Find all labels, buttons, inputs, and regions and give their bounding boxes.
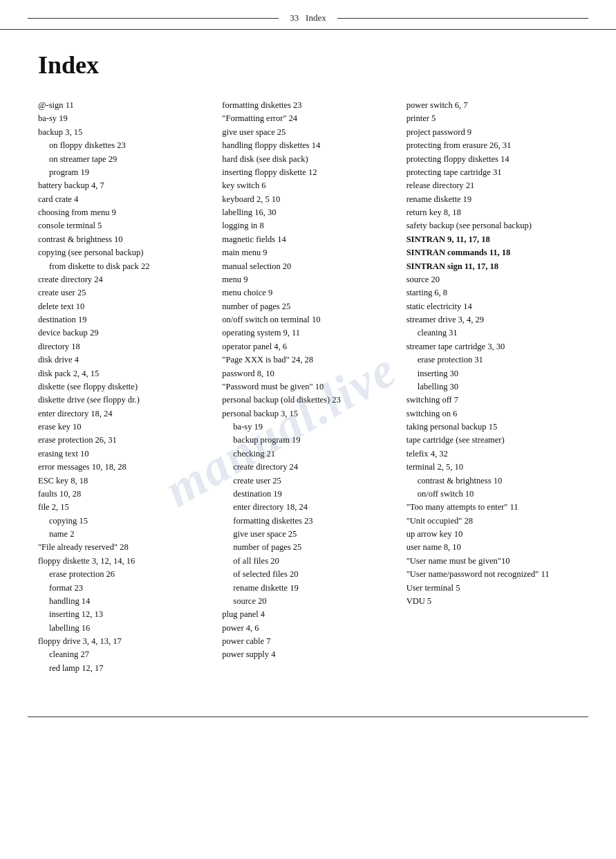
- index-column-1: @-sign 11ba-sy 19backup 3, 15on floppy d…: [38, 99, 222, 675]
- index-entry: operating system 9, 11: [222, 326, 393, 340]
- page: 33 Index manual.live Index @-sign 11ba-s…: [0, 0, 616, 859]
- index-entry: @-sign 11: [38, 99, 209, 112]
- index-entry: power supply 4: [222, 648, 393, 661]
- index-entry: "Unit occupied" 28: [407, 515, 578, 528]
- index-entry: on streamer tape 29: [38, 153, 209, 166]
- index-entry: console terminal 5: [38, 219, 209, 232]
- index-entry: inserting 30: [407, 367, 578, 380]
- index-entry: User terminal 5: [407, 582, 578, 595]
- index-entry: program 19: [38, 166, 209, 179]
- index-entry: personal backup 3, 15: [222, 407, 393, 421]
- index-entry: menu choice 9: [222, 286, 393, 299]
- index-entry: contrast & brightness 10: [38, 233, 209, 246]
- index-entry: inserting floppy diskette 12: [222, 166, 393, 179]
- index-entry: "Password must be given" 10: [222, 380, 393, 394]
- index-entry: "Formatting error" 24: [222, 112, 393, 125]
- index-entry: enter directory 18, 24: [222, 501, 393, 514]
- index-entry: streamer tape cartridge 3, 30: [407, 340, 578, 353]
- index-entry: destination 19: [222, 488, 393, 501]
- index-entry: SINTRAN commands 11, 18: [407, 246, 578, 259]
- index-entry: project password 9: [407, 126, 578, 139]
- index-entry: source 20: [407, 273, 578, 286]
- index-entry: switching off 7: [407, 394, 578, 407]
- index-entry: give user space 25: [222, 528, 393, 541]
- index-entry: protecting from erasure 26, 31: [407, 139, 578, 152]
- index-entry: keyboard 2, 5 10: [222, 193, 393, 206]
- index-entry: diskette (see floppy diskette): [38, 380, 209, 394]
- footer-line: [28, 717, 588, 723]
- index-entry: ba-sy 19: [222, 421, 393, 434]
- page-title: Index: [38, 50, 578, 80]
- index-entry: error messages 10, 18, 28: [38, 461, 209, 474]
- index-entry: rename diskette 19: [407, 193, 578, 206]
- index-entry: cleaning 31: [407, 326, 578, 340]
- index-entry: "Too many attempts to enter" 11: [407, 501, 578, 514]
- index-entry: "User name/password not recognized" 11: [407, 568, 578, 581]
- index-entry: magnetic fields 14: [222, 233, 393, 246]
- index-entry: SINTRAN 9, 11, 17, 18: [407, 233, 578, 246]
- header-title: Index: [306, 12, 326, 23]
- index-entry: formatting diskettes 23: [222, 515, 393, 528]
- index-entry: up arrow key 10: [407, 528, 578, 541]
- index-entry: rename diskette 19: [222, 582, 393, 595]
- index-entry: on/off switch on terminal 10: [222, 313, 393, 326]
- index-entry: erase protection 26, 31: [38, 434, 209, 447]
- index-entry: manual selection 20: [222, 260, 393, 273]
- index-entry: of all files 20: [222, 555, 393, 568]
- index-entry: labelling 16: [38, 622, 209, 635]
- index-entry: inserting 12, 13: [38, 608, 209, 621]
- index-entry: main menu 9: [222, 246, 393, 259]
- index-entry: enter directory 18, 24: [38, 407, 209, 421]
- index-entry: on/off switch 10: [407, 488, 578, 501]
- index-entry: diskette drive (see floppy dr.): [38, 394, 209, 407]
- index-entry: user name 8, 10: [407, 541, 578, 554]
- index-entry: from diskette to disk pack 22: [38, 260, 209, 273]
- index-entry: telefix 4, 32: [407, 447, 578, 461]
- index-column-3: power switch 6, 7printer 5project passwo…: [407, 99, 578, 675]
- index-entry: safety backup (see personal backup): [407, 219, 578, 232]
- index-entry: create user 25: [38, 286, 209, 299]
- index-entry: name 2: [38, 528, 209, 541]
- index-entry: release directory 21: [407, 179, 578, 192]
- index-entry: "Page XXX is bad" 24, 28: [222, 353, 393, 367]
- index-entry: handling floppy diskettes 14: [222, 139, 393, 152]
- index-entry: give user space 25: [222, 126, 393, 139]
- index-entry: choosing from menu 9: [38, 206, 209, 219]
- header-page-number: 33: [290, 12, 299, 23]
- index-entry: printer 5: [407, 112, 578, 125]
- index-entry: checking 21: [222, 447, 393, 461]
- index-entry: handling 14: [38, 595, 209, 608]
- index-entry: SINTRAN sign 11, 17, 18: [407, 260, 578, 273]
- index-entry: copying (see personal backup): [38, 246, 209, 259]
- index-entry: red lamp 12, 17: [38, 662, 209, 675]
- index-entry: create directory 24: [38, 273, 209, 286]
- index-entry: destination 19: [38, 313, 209, 326]
- index-entry: ba-sy 19: [38, 112, 209, 125]
- index-entry: operator panel 4, 6: [222, 340, 393, 353]
- index-entry: erase protection 31: [407, 353, 578, 367]
- index-entry: power switch 6, 7: [407, 99, 578, 112]
- index-entry: password 8, 10: [222, 367, 393, 380]
- index-entry: cleaning 27: [38, 648, 209, 661]
- index-entry: hard disk (see disk pack): [222, 153, 393, 166]
- index-entry: contrast & brightness 10: [407, 474, 578, 488]
- index-entry: streamer drive 3, 4, 29: [407, 313, 578, 326]
- index-column-2: formatting diskettes 23"Formatting error…: [222, 99, 406, 675]
- index-entry: ESC key 8, 18: [38, 474, 209, 488]
- header-line-right: [337, 18, 588, 19]
- index-entry: terminal 2, 5, 10: [407, 461, 578, 474]
- index-columns: @-sign 11ba-sy 19backup 3, 15on floppy d…: [38, 99, 578, 675]
- index-entry: copying 15: [38, 515, 209, 528]
- index-entry: logging in 8: [222, 219, 393, 232]
- index-entry: backup program 19: [222, 434, 393, 447]
- index-entry: create directory 24: [222, 461, 393, 474]
- index-entry: protecting tape cartridge 31: [407, 166, 578, 179]
- header-line-left: [28, 18, 279, 19]
- index-entry: faults 10, 28: [38, 488, 209, 501]
- index-entry: power cable 7: [222, 635, 393, 648]
- index-entry: labelling 30: [407, 380, 578, 394]
- index-entry: starting 6, 8: [407, 286, 578, 299]
- index-entry: menu 9: [222, 273, 393, 286]
- index-entry: plug panel 4: [222, 608, 393, 621]
- index-entry: device backup 29: [38, 326, 209, 340]
